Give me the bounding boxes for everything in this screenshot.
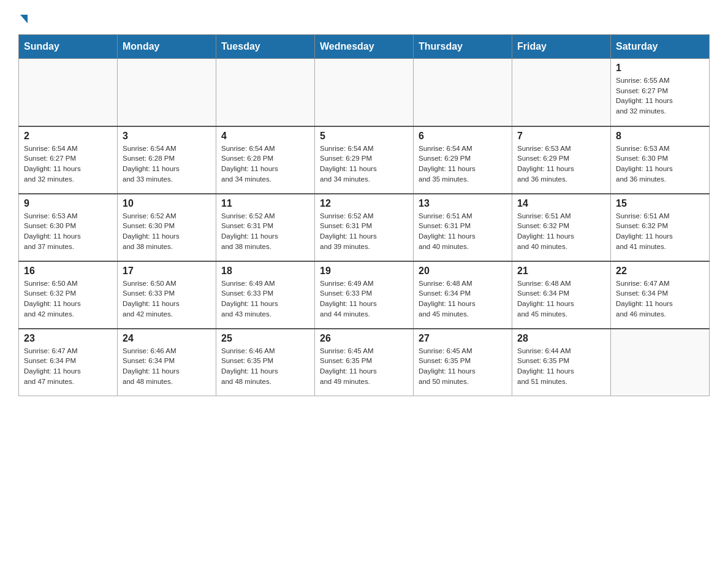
day-info: Sunrise: 6:53 AMSunset: 6:29 PMDaylight:… xyxy=(517,144,605,185)
calendar-cell xyxy=(611,329,710,396)
day-number: 3 xyxy=(123,131,211,142)
day-info: Sunrise: 6:54 AMSunset: 6:27 PMDaylight:… xyxy=(24,144,112,185)
day-info: Sunrise: 6:48 AMSunset: 6:34 PMDaylight:… xyxy=(517,278,605,320)
calendar-cell: 19Sunrise: 6:49 AMSunset: 6:33 PMDayligh… xyxy=(315,261,414,329)
day-info: Sunrise: 6:47 AMSunset: 6:34 PMDaylight:… xyxy=(616,278,704,320)
calendar-week-row: 23Sunrise: 6:47 AMSunset: 6:34 PMDayligh… xyxy=(19,329,710,396)
day-info: Sunrise: 6:54 AMSunset: 6:29 PMDaylight:… xyxy=(419,144,507,185)
calendar-cell: 2Sunrise: 6:54 AMSunset: 6:27 PMDaylight… xyxy=(19,126,118,194)
calendar-cell: 25Sunrise: 6:46 AMSunset: 6:35 PMDayligh… xyxy=(216,329,315,396)
day-number: 21 xyxy=(517,266,605,277)
day-info: Sunrise: 6:52 AMSunset: 6:31 PMDaylight:… xyxy=(221,211,309,252)
day-info: Sunrise: 6:52 AMSunset: 6:31 PMDaylight:… xyxy=(320,211,408,252)
calendar-cell: 22Sunrise: 6:47 AMSunset: 6:34 PMDayligh… xyxy=(611,261,710,329)
calendar-cell: 3Sunrise: 6:54 AMSunset: 6:28 PMDaylight… xyxy=(118,126,216,194)
day-number: 27 xyxy=(419,333,507,344)
day-info: Sunrise: 6:54 AMSunset: 6:28 PMDaylight:… xyxy=(221,144,309,185)
calendar-cell xyxy=(216,59,315,126)
day-number: 4 xyxy=(221,131,309,142)
calendar-cell: 26Sunrise: 6:45 AMSunset: 6:35 PMDayligh… xyxy=(315,329,414,396)
weekday-header: Sunday xyxy=(19,35,118,59)
day-number: 23 xyxy=(24,333,112,344)
day-info: Sunrise: 6:55 AMSunset: 6:27 PMDaylight:… xyxy=(616,75,704,117)
calendar-cell: 27Sunrise: 6:45 AMSunset: 6:35 PMDayligh… xyxy=(414,329,512,396)
calendar-cell: 7Sunrise: 6:53 AMSunset: 6:29 PMDaylight… xyxy=(512,126,611,194)
calendar-cell xyxy=(512,59,611,126)
day-number: 5 xyxy=(320,131,408,142)
day-number: 10 xyxy=(123,198,211,209)
day-info: Sunrise: 6:51 AMSunset: 6:32 PMDaylight:… xyxy=(616,211,704,252)
weekday-header: Saturday xyxy=(611,35,710,59)
calendar-table: SundayMondayTuesdayWednesdayThursdayFrid… xyxy=(18,34,710,396)
calendar-cell xyxy=(118,59,216,126)
calendar-cell: 18Sunrise: 6:49 AMSunset: 6:33 PMDayligh… xyxy=(216,261,315,329)
calendar-cell xyxy=(19,59,118,126)
calendar-cell: 28Sunrise: 6:44 AMSunset: 6:35 PMDayligh… xyxy=(512,329,611,396)
calendar-week-row: 9Sunrise: 6:53 AMSunset: 6:30 PMDaylight… xyxy=(19,194,710,261)
day-info: Sunrise: 6:46 AMSunset: 6:34 PMDaylight:… xyxy=(123,346,211,387)
day-info: Sunrise: 6:52 AMSunset: 6:30 PMDaylight:… xyxy=(123,211,211,252)
day-number: 13 xyxy=(419,198,507,209)
calendar-cell: 13Sunrise: 6:51 AMSunset: 6:31 PMDayligh… xyxy=(414,194,512,261)
day-info: Sunrise: 6:51 AMSunset: 6:32 PMDaylight:… xyxy=(517,211,605,252)
calendar-cell: 20Sunrise: 6:48 AMSunset: 6:34 PMDayligh… xyxy=(414,261,512,329)
day-info: Sunrise: 6:46 AMSunset: 6:35 PMDaylight:… xyxy=(221,346,309,387)
day-number: 28 xyxy=(517,333,605,344)
day-number: 2 xyxy=(24,131,112,142)
day-number: 14 xyxy=(517,198,605,209)
weekday-header: Friday xyxy=(512,35,611,59)
logo xyxy=(18,12,28,23)
day-number: 20 xyxy=(419,266,507,277)
day-number: 16 xyxy=(24,266,112,277)
day-info: Sunrise: 6:50 AMSunset: 6:33 PMDaylight:… xyxy=(123,278,211,320)
day-info: Sunrise: 6:54 AMSunset: 6:29 PMDaylight:… xyxy=(320,144,408,185)
day-info: Sunrise: 6:45 AMSunset: 6:35 PMDaylight:… xyxy=(419,346,507,387)
calendar-cell: 6Sunrise: 6:54 AMSunset: 6:29 PMDaylight… xyxy=(414,126,512,194)
calendar-cell xyxy=(315,59,414,126)
day-number: 19 xyxy=(320,266,408,277)
day-info: Sunrise: 6:54 AMSunset: 6:28 PMDaylight:… xyxy=(123,144,211,185)
calendar-cell: 15Sunrise: 6:51 AMSunset: 6:32 PMDayligh… xyxy=(611,194,710,261)
calendar-week-row: 16Sunrise: 6:50 AMSunset: 6:32 PMDayligh… xyxy=(19,261,710,329)
weekday-header: Wednesday xyxy=(315,35,414,59)
calendar-cell: 14Sunrise: 6:51 AMSunset: 6:32 PMDayligh… xyxy=(512,194,611,261)
day-number: 9 xyxy=(24,198,112,209)
day-info: Sunrise: 6:49 AMSunset: 6:33 PMDaylight:… xyxy=(320,278,408,320)
day-number: 8 xyxy=(616,131,704,142)
day-number: 22 xyxy=(616,266,704,277)
day-info: Sunrise: 6:51 AMSunset: 6:31 PMDaylight:… xyxy=(419,211,507,252)
day-info: Sunrise: 6:49 AMSunset: 6:33 PMDaylight:… xyxy=(221,278,309,320)
calendar-cell: 23Sunrise: 6:47 AMSunset: 6:34 PMDayligh… xyxy=(19,329,118,396)
calendar-header-row: SundayMondayTuesdayWednesdayThursdayFrid… xyxy=(19,35,710,59)
day-info: Sunrise: 6:53 AMSunset: 6:30 PMDaylight:… xyxy=(24,211,112,252)
day-number: 11 xyxy=(221,198,309,209)
calendar-cell: 17Sunrise: 6:50 AMSunset: 6:33 PMDayligh… xyxy=(118,261,216,329)
calendar-cell: 5Sunrise: 6:54 AMSunset: 6:29 PMDaylight… xyxy=(315,126,414,194)
day-info: Sunrise: 6:47 AMSunset: 6:34 PMDaylight:… xyxy=(24,346,112,387)
day-number: 25 xyxy=(221,333,309,344)
day-number: 1 xyxy=(616,63,704,74)
calendar-cell: 4Sunrise: 6:54 AMSunset: 6:28 PMDaylight… xyxy=(216,126,315,194)
calendar-week-row: 1Sunrise: 6:55 AMSunset: 6:27 PMDaylight… xyxy=(19,59,710,126)
day-info: Sunrise: 6:44 AMSunset: 6:35 PMDaylight:… xyxy=(517,346,605,387)
calendar-cell: 8Sunrise: 6:53 AMSunset: 6:30 PMDaylight… xyxy=(611,126,710,194)
calendar-cell: 10Sunrise: 6:52 AMSunset: 6:30 PMDayligh… xyxy=(118,194,216,261)
weekday-header: Monday xyxy=(118,35,216,59)
day-number: 12 xyxy=(320,198,408,209)
day-number: 15 xyxy=(616,198,704,209)
calendar-cell: 1Sunrise: 6:55 AMSunset: 6:27 PMDaylight… xyxy=(611,59,710,126)
day-number: 24 xyxy=(123,333,211,344)
calendar-cell: 16Sunrise: 6:50 AMSunset: 6:32 PMDayligh… xyxy=(19,261,118,329)
day-info: Sunrise: 6:53 AMSunset: 6:30 PMDaylight:… xyxy=(616,144,704,185)
calendar-cell: 24Sunrise: 6:46 AMSunset: 6:34 PMDayligh… xyxy=(118,329,216,396)
day-info: Sunrise: 6:48 AMSunset: 6:34 PMDaylight:… xyxy=(419,278,507,320)
day-number: 18 xyxy=(221,266,309,277)
logo-arrow-icon xyxy=(20,15,28,23)
day-info: Sunrise: 6:45 AMSunset: 6:35 PMDaylight:… xyxy=(320,346,408,387)
calendar-week-row: 2Sunrise: 6:54 AMSunset: 6:27 PMDaylight… xyxy=(19,126,710,194)
calendar-cell: 9Sunrise: 6:53 AMSunset: 6:30 PMDaylight… xyxy=(19,194,118,261)
day-number: 17 xyxy=(123,266,211,277)
calendar-cell: 21Sunrise: 6:48 AMSunset: 6:34 PMDayligh… xyxy=(512,261,611,329)
weekday-header: Tuesday xyxy=(216,35,315,59)
weekday-header: Thursday xyxy=(414,35,512,59)
